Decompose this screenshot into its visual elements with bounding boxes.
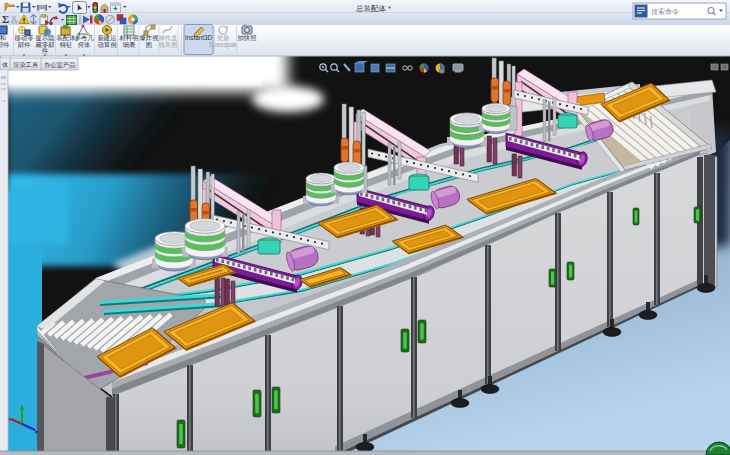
svg-text:Σ: Σ [2, 13, 9, 25]
svg-text:渲染工具: 渲染工具 [13, 61, 39, 69]
svg-text:拍快照: 拍快照 [237, 34, 257, 42]
svg-text:部件: 部件 [17, 41, 31, 49]
svg-text:线草图: 线草图 [159, 41, 178, 49]
svg-text:图: 图 [146, 41, 152, 49]
svg-text:Speedpak: Speedpak [209, 41, 238, 49]
svg-text:动算例: 动算例 [98, 41, 117, 49]
svg-text:件: 件 [42, 47, 49, 54]
svg-text:何体: 何体 [78, 41, 91, 49]
svg-text:搜索命令: 搜索命令 [651, 8, 679, 16]
svg-text:体: 体 [2, 61, 9, 68]
svg-text:办公室产品: 办公室产品 [44, 61, 75, 68]
svg-text:部件: 部件 [0, 41, 10, 49]
svg-text:总装配体 *: 总装配体 * [355, 4, 391, 13]
svg-text:特征: 特征 [60, 41, 73, 49]
svg-text:细表: 细表 [123, 41, 136, 49]
